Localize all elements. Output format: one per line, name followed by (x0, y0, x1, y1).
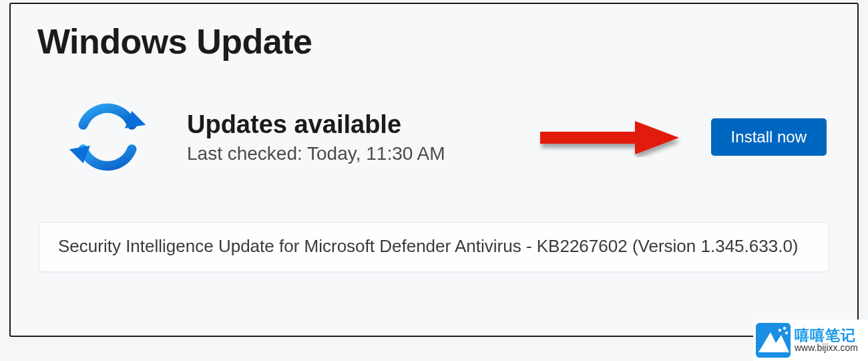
status-last-checked: Last checked: Today, 11:30 AM (187, 143, 505, 164)
update-item-card[interactable]: Security Intelligence Update for Microso… (39, 222, 829, 272)
watermark-url: www.bijixx.com (795, 343, 858, 353)
install-now-button[interactable]: Install now (711, 118, 827, 156)
sync-icon (57, 94, 158, 180)
svg-rect-2 (540, 132, 640, 144)
update-item-title: Security Intelligence Update for Microso… (58, 235, 810, 258)
windows-update-panel: Windows Update Updates available (9, 3, 859, 337)
svg-point-8 (785, 332, 788, 334)
status-heading: Updates available (187, 110, 505, 139)
watermark-logo-icon (756, 323, 791, 358)
status-text-block: Updates available Last checked: Today, 1… (187, 110, 505, 164)
watermark-text: 嘻嘻笔记 www.bijixx.com (795, 328, 858, 353)
annotation-arrow-icon (535, 117, 682, 157)
watermark: 嘻嘻笔记 www.bijixx.com (753, 320, 868, 361)
svg-point-6 (779, 329, 781, 332)
svg-point-7 (783, 327, 786, 330)
watermark-brand: 嘻嘻笔记 (795, 328, 858, 343)
status-row: Updates available Last checked: Today, 1… (57, 94, 831, 180)
page-title: Windows Update (37, 21, 831, 62)
svg-marker-3 (635, 121, 679, 154)
